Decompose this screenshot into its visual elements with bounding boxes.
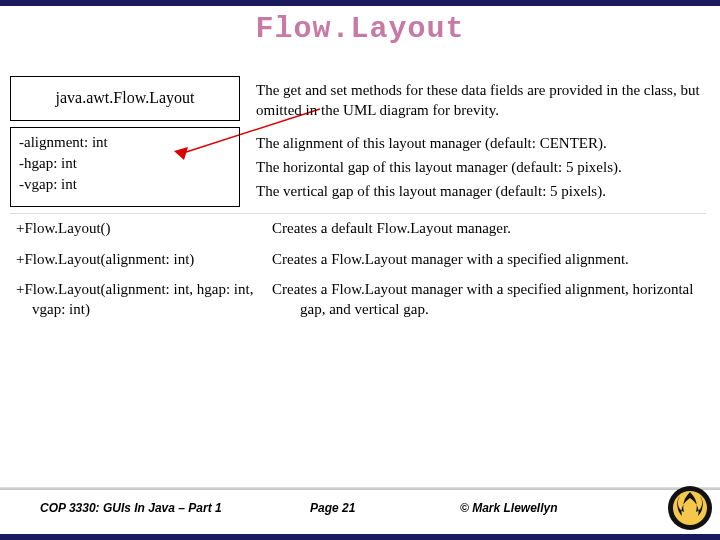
constructor-sig: +Flow.Layout() bbox=[10, 218, 256, 238]
field-desc: The vertical gap of this layout manager … bbox=[256, 179, 710, 207]
uml-field: -hgap: int bbox=[11, 153, 239, 174]
field-descriptions: The alignment of this layout manager (de… bbox=[256, 127, 710, 208]
content-area: java.awt.Flow.Layout The get and set met… bbox=[10, 76, 710, 319]
uml-fields-box: -alignment: int -hgap: int -vgap: int bbox=[10, 127, 240, 208]
uml-header-row: java.awt.Flow.Layout The get and set met… bbox=[10, 76, 710, 121]
constructors-grid: +Flow.Layout() Creates a default Flow.La… bbox=[10, 218, 710, 319]
ucf-logo-icon bbox=[666, 484, 714, 532]
constructor-desc: Creates a default Flow.Layout manager. bbox=[272, 218, 710, 238]
constructor-desc: Creates a Flow.Layout manager with a spe… bbox=[272, 249, 710, 269]
uml-field: -alignment: int bbox=[11, 128, 239, 153]
uml-field: -vgap: int bbox=[11, 174, 239, 199]
constructor-desc: Creates a Flow.Layout manager with a spe… bbox=[272, 279, 710, 320]
slide-title: Flow.Layout bbox=[0, 6, 720, 56]
field-desc: The alignment of this layout manager (de… bbox=[256, 127, 710, 155]
uml-fields-row: -alignment: int -hgap: int -vgap: int Th… bbox=[10, 127, 710, 208]
uml-classname-box: java.awt.Flow.Layout bbox=[10, 76, 240, 121]
page-number: Page 21 bbox=[280, 501, 450, 515]
separator bbox=[10, 213, 706, 214]
slide: Flow.Layout java.awt.Flow.Layout The get… bbox=[0, 0, 720, 540]
course-label: COP 3330: GUIs In Java – Part 1 bbox=[0, 501, 280, 515]
uml-classname: java.awt.Flow.Layout bbox=[11, 77, 239, 119]
footer: COP 3330: GUIs In Java – Part 1 Page 21 … bbox=[0, 488, 720, 528]
brevity-note: The get and set methods for these data f… bbox=[256, 76, 710, 121]
constructor-sig: +Flow.Layout(alignment: int, hgap: int, … bbox=[10, 279, 256, 320]
field-desc: The horizontal gap of this layout manage… bbox=[256, 155, 710, 179]
constructor-sig: +Flow.Layout(alignment: int) bbox=[10, 249, 256, 269]
